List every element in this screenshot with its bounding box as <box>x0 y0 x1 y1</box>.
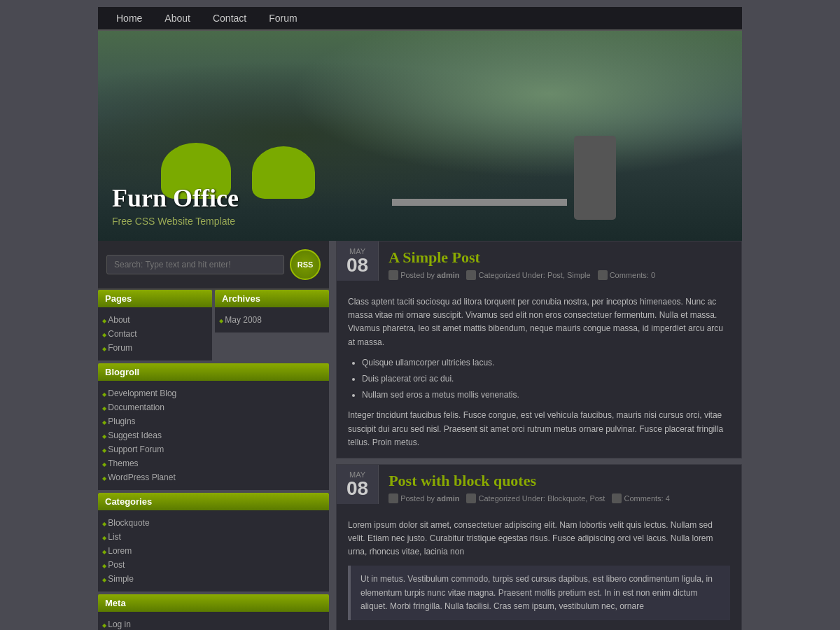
meta-list: Log in Entries RSS Comments RSS WordPres… <box>98 612 329 630</box>
nav-contact[interactable]: Contact <box>202 7 258 29</box>
pages-list: About Contact Forum <box>98 307 212 360</box>
list-item: Suggest Ideas <box>102 428 325 442</box>
blogroll-header: Blogroll <box>98 363 329 381</box>
blogroll-list: Development Blog Documentation Plugins S… <box>98 381 329 490</box>
pages-header: Pages <box>98 290 212 307</box>
post-1: MAY 08 A Simple Post Posted by admin <box>336 241 742 458</box>
post-1-comments-meta: Comments: 0 <box>598 270 655 280</box>
navigation: Home About Contact Forum <box>98 7 742 31</box>
meta-header: Meta <box>98 594 329 612</box>
post-2-title[interactable]: Post with block quotes <box>388 472 536 489</box>
pages-section: Pages About Contact Forum <box>98 290 212 360</box>
post-1-categories-meta: Categorized Under: Post, Simple <box>466 270 590 280</box>
list-item: Quisque ullamcorper ultricies lacus. <box>362 355 730 371</box>
nav-about[interactable]: About <box>153 7 202 29</box>
post-2-day: 08 <box>346 479 368 498</box>
archives-header: Archives <box>215 290 329 307</box>
site-title: Furn Office <box>112 183 239 213</box>
comment-icon <box>598 270 608 280</box>
nav-forum[interactable]: Forum <box>258 7 308 29</box>
archives-list: May 2008 <box>215 307 329 332</box>
categories-section: Categories Blockquote List Lorem Post Si… <box>98 493 329 592</box>
list-item: About <box>102 313 208 327</box>
author-icon <box>388 270 398 280</box>
list-item: Forum <box>102 341 208 355</box>
list-item: May 2008 <box>219 313 325 327</box>
post-2-author-meta: Posted by admin <box>388 493 459 503</box>
site-header: Furn Office Free CSS Website Template <box>98 31 742 241</box>
post-1-day: 08 <box>346 255 368 275</box>
comment-icon <box>612 493 622 503</box>
archives-section: Archives May 2008 <box>215 290 329 360</box>
categories-list: Blockquote List Lorem Post Simple <box>98 510 329 592</box>
sidebar: RSS Pages About Contact Forum Archives M… <box>98 241 329 630</box>
pages-archives-row: Pages About Contact Forum Archives May 2… <box>98 290 329 360</box>
list-item: Post <box>102 558 325 572</box>
list-item: Contact <box>102 327 208 341</box>
category-icon <box>466 270 476 280</box>
post-1-list: Quisque ullamcorper ultricies lacus. Dui… <box>362 355 730 404</box>
blogroll-section: Blogroll Development Blog Documentation … <box>98 363 329 490</box>
list-item: List <box>102 530 325 544</box>
post-2-blockquote: Ut in metus. Vestibulum commodo, turpis … <box>348 566 730 620</box>
nav-home[interactable]: Home <box>105 7 153 29</box>
list-item: Log in <box>102 617 325 630</box>
list-item: Support Forum <box>102 442 325 456</box>
post-1-author-meta: Posted by admin <box>388 270 459 280</box>
main-layout: RSS Pages About Contact Forum Archives M… <box>98 241 742 630</box>
rss-badge[interactable]: RSS <box>290 249 321 280</box>
post-2-comments-meta: Comments: 4 <box>612 493 669 503</box>
list-item: Simple <box>102 572 325 586</box>
site-subtitle: Free CSS Website Template <box>112 216 239 227</box>
post-1-title-area: A Simple Post Posted by admin Categorize… <box>379 241 741 287</box>
post-2-title-area: Post with block quotes Posted by admin C… <box>379 465 741 510</box>
list-item: Nullam sed eros a metus mollis venenatis… <box>362 387 730 403</box>
post-1-header: MAY 08 A Simple Post Posted by admin <box>337 241 741 287</box>
post-2-outro: Etiam lectus. Proin molestie. Nullam tin… <box>348 627 730 630</box>
list-item: Plugins <box>102 414 325 428</box>
post-2-header: MAY 08 Post with block quotes Posted by … <box>337 465 741 510</box>
list-item: WordPress Planet <box>102 470 325 484</box>
category-icon <box>466 493 476 503</box>
post-2: MAY 08 Post with block quotes Posted by … <box>336 464 742 630</box>
list-item: Development Blog <box>102 386 325 400</box>
post-1-body: Class aptent taciti sociosqu ad litora t… <box>337 287 741 458</box>
meta-section: Meta Log in Entries RSS Comments RSS Wor… <box>98 594 329 630</box>
categories-header: Categories <box>98 493 329 510</box>
list-item: Documentation <box>102 400 325 414</box>
post-1-title[interactable]: A Simple Post <box>388 248 480 266</box>
post-1-outro: Integer tincidunt faucibus felis. Fusce … <box>348 409 730 449</box>
content-area: MAY 08 A Simple Post Posted by admin <box>336 241 742 630</box>
post-1-meta: Posted by admin Categorized Under: Post,… <box>388 270 732 280</box>
search-area: RSS <box>98 241 329 290</box>
post-2-meta: Posted by admin Categorized Under: Block… <box>388 493 732 503</box>
author-icon <box>388 493 398 503</box>
list-item: Duis placerat orci ac dui. <box>362 371 730 387</box>
post-2-categories-meta: Categorized Under: Blockquote, Post <box>466 493 605 503</box>
list-item: Blockquote <box>102 516 325 530</box>
list-item: Themes <box>102 456 325 470</box>
post-1-date: MAY 08 <box>337 241 379 281</box>
post-2-date: MAY 08 <box>337 465 379 504</box>
search-input[interactable] <box>106 255 284 274</box>
post-2-body: Lorem ipsum dolor sit amet, consectetuer… <box>337 510 741 630</box>
post-1-intro: Class aptent taciti sociosqu ad litora t… <box>348 295 730 349</box>
post-2-intro: Lorem ipsum dolor sit amet, consectetuer… <box>348 519 730 559</box>
list-item: Lorem <box>102 544 325 558</box>
